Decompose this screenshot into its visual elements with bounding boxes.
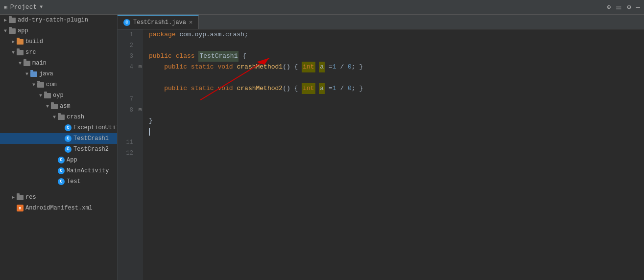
- sidebar-item-label: oyp: [53, 92, 64, 99]
- keyword-void: void: [217, 62, 233, 72]
- folder-icon: [9, 28, 16, 34]
- sidebar-item-label: ExceptionUtils: [73, 124, 118, 131]
- sidebar-item-src[interactable]: ▼ src: [0, 47, 117, 58]
- tabs-bar: C TestCrash1.java ✕: [118, 15, 644, 29]
- main-layout: ▶ add-try-catch-plugin ▼ app ▶ build ▼ s…: [0, 15, 644, 280]
- sidebar-item-label: crash: [67, 114, 84, 120]
- folder-icon: [37, 82, 44, 88]
- sidebar-item-label: src: [25, 49, 36, 56]
- sidebar-item-label: AndroidManifest.xml: [25, 205, 93, 211]
- sidebar-item-java[interactable]: ▼ java: [0, 69, 117, 79]
- sidebar-item-label: TestCrash1: [73, 135, 109, 142]
- number-0-2: 0: [348, 83, 352, 94]
- class-icon: C: [58, 178, 65, 185]
- keyword-public: public: [164, 83, 187, 94]
- classname-highlight: TestCrash1: [198, 51, 239, 62]
- var-a-highlight-2: a: [319, 83, 325, 94]
- project-title: Project: [10, 3, 37, 11]
- tab-close-button[interactable]: ✕: [189, 19, 192, 26]
- folder-icon: [30, 71, 37, 77]
- sidebar-item-crash[interactable]: ▼ crash: [0, 112, 117, 122]
- keyword-class: class: [176, 51, 195, 62]
- sidebar-item-label: res: [25, 194, 36, 201]
- sidebar-item-label: asm: [60, 103, 71, 110]
- sidebar-item-res[interactable]: ▶ res: [0, 192, 117, 203]
- folder-icon: [24, 61, 30, 66]
- class-icon: C: [58, 167, 65, 174]
- line-numbers: 1 2 3 4 5 6 7 8 9 10 11 12: [118, 29, 137, 280]
- keyword-static: static: [191, 83, 214, 94]
- folder-icon: [44, 93, 51, 98]
- method-name-2: crashMethod2: [237, 83, 283, 94]
- keyword-void: void: [217, 83, 233, 94]
- collapse-arrow: ▶: [10, 194, 17, 200]
- code-line-7: [149, 72, 644, 83]
- code-editor: 1 2 3 4 5 6 7 8 9 10 11 12 ⊟: [118, 29, 644, 280]
- minimize-icon[interactable]: —: [636, 3, 640, 11]
- sidebar-item-label: app: [18, 27, 28, 34]
- keyword-static: static: [191, 62, 214, 72]
- sidebar-item-label: TestCrash2: [73, 146, 109, 153]
- settings-icon[interactable]: ⚌: [616, 3, 622, 11]
- add-icon[interactable]: ⊕: [607, 3, 611, 11]
- expand-arrow: ▼: [30, 82, 37, 88]
- number-0: 0: [348, 62, 352, 72]
- editor-tab-testcrash1[interactable]: C TestCrash1.java ✕: [118, 15, 199, 29]
- sidebar-item-androidmanifest[interactable]: M AndroidManifest.xml: [0, 203, 117, 213]
- expand-arrow: ▼: [17, 61, 24, 66]
- sidebar-item-mainactivity[interactable]: C MainActivity: [0, 165, 117, 176]
- class-icon: C: [65, 146, 72, 153]
- code-line-3: public class TestCrash1 {: [149, 51, 644, 62]
- expand-arrow: ▼: [10, 50, 17, 55]
- editor-gutter: ⊟ ⊟: [137, 29, 143, 280]
- sidebar: ▶ add-try-catch-plugin ▼ app ▶ build ▼ s…: [0, 15, 118, 280]
- tab-filename: TestCrash1.java: [133, 19, 186, 26]
- sidebar-item-app-class[interactable]: C App: [0, 155, 117, 165]
- title-bar-left: ▣ Project ▼: [4, 3, 43, 11]
- folder-icon: [17, 195, 24, 200]
- sidebar-item-com[interactable]: ▼ com: [0, 79, 117, 90]
- sidebar-item-label: main: [32, 60, 47, 67]
- sidebar-item-label: com: [46, 81, 57, 88]
- keyword-package: package: [149, 29, 176, 40]
- sidebar-item-label: Test: [67, 178, 81, 185]
- method-name: crashMethod1: [237, 62, 283, 72]
- code-content[interactable]: package com.oyp.asm.crash; public class …: [143, 29, 644, 280]
- code-line-blank2: [149, 105, 644, 116]
- keyword-public: public: [164, 62, 187, 72]
- expand-arrow: ▼: [24, 71, 30, 77]
- sidebar-item-label: build: [25, 38, 43, 45]
- sidebar-item-label: App: [67, 157, 77, 163]
- sidebar-item-oyp[interactable]: ▼ oyp: [0, 90, 117, 101]
- sidebar-item-test[interactable]: C Test: [0, 176, 117, 187]
- class-icon: C: [58, 157, 65, 163]
- folder-icon: [58, 115, 65, 120]
- collapse-arrow: ▶: [10, 39, 17, 45]
- gear-icon[interactable]: ⚙: [627, 3, 631, 11]
- sidebar-item-build[interactable]: ▶ build: [0, 36, 117, 47]
- sidebar-item-testcrash2[interactable]: C TestCrash2: [0, 144, 117, 155]
- number-1-2: 1: [333, 83, 336, 94]
- expand-arrow: ▼: [37, 93, 44, 98]
- sidebar-item-app[interactable]: ▼ app: [0, 25, 117, 36]
- code-line-1: package com.oyp.asm.crash;: [149, 29, 644, 40]
- code-line-blank: [149, 94, 644, 105]
- xml-icon: M: [17, 205, 24, 211]
- sidebar-item-exception-utils[interactable]: C ExceptionUtils: [0, 122, 117, 133]
- sidebar-item-testcrash1[interactable]: C TestCrash1: [0, 133, 117, 144]
- int-keyword-highlight: int: [302, 62, 315, 72]
- sidebar-item-label: MainActivity: [67, 167, 109, 174]
- folder-icon: [17, 39, 24, 45]
- sidebar-item-asm[interactable]: ▼ asm: [0, 101, 117, 112]
- keyword-public: public: [149, 51, 172, 62]
- folder-icon: [51, 104, 58, 109]
- sidebar-item-label: add-try-catch-plugin: [18, 17, 88, 23]
- expand-arrow: ▼: [2, 28, 9, 34]
- sidebar-item-main[interactable]: ▼ main: [0, 58, 117, 69]
- tab-class-icon: C: [123, 19, 130, 26]
- cursor: [149, 128, 150, 136]
- code-line-8: public static void crashMethod2 () { int…: [149, 83, 644, 94]
- sidebar-item-add-try-catch-plugin[interactable]: ▶ add-try-catch-plugin: [0, 15, 117, 25]
- collapse-arrow: ▶: [2, 17, 9, 23]
- project-dropdown-icon[interactable]: ▼: [40, 4, 43, 10]
